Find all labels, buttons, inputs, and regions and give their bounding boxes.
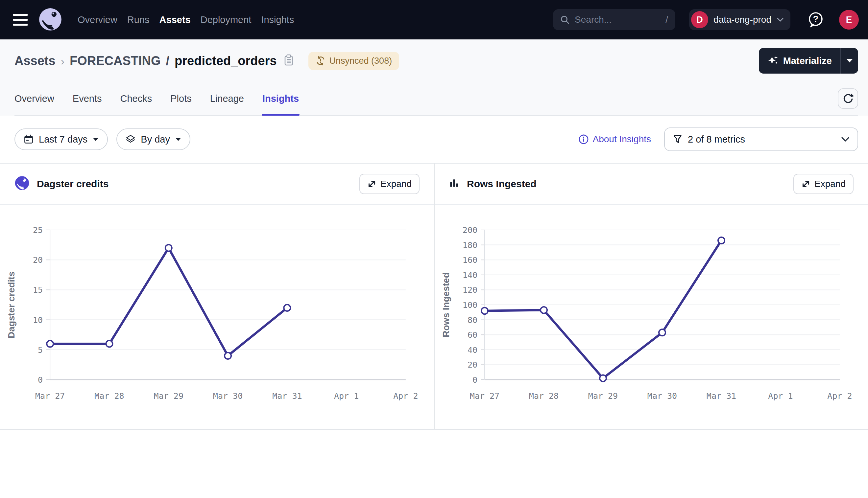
svg-text:Mar 27: Mar 27 [470,391,499,401]
tab-checks[interactable]: Checks [120,82,152,115]
expand-dagster-credits-button[interactable]: Expand [359,174,420,194]
svg-text:Mar 30: Mar 30 [213,391,243,401]
sparkle-icon [767,55,779,66]
materialize-button[interactable]: Materialize [759,48,840,74]
rows-ingested-card-header: Rows Ingested Expand [435,163,868,205]
svg-text:Mar 29: Mar 29 [154,391,183,401]
materialize-dropdown-button[interactable] [840,48,858,74]
svg-text:20: 20 [468,360,477,369]
about-insights-link[interactable]: About Insights [578,134,651,145]
tab-plots[interactable]: Plots [170,82,191,115]
layers-icon [126,134,136,144]
caret-down-icon [175,137,181,141]
search-box[interactable]: / [553,9,675,30]
granularity-dropdown[interactable]: By day [116,129,190,150]
granularity-label: By day [141,134,170,145]
deployment-name: data-eng-prod [714,14,771,25]
status-badge-label: Unsynced (308) [330,56,392,66]
expand-label: Expand [380,179,412,189]
svg-text:25: 25 [33,225,43,235]
svg-text:15: 15 [33,285,43,294]
tab-events[interactable]: Events [73,82,102,115]
svg-text:Mar 28: Mar 28 [529,391,559,401]
asset-tabs: Overview Events Checks Plots Lineage Ins… [14,82,858,116]
dagster-credits-card-header: Dagster credits Expand [0,163,434,205]
svg-text:Apr 1: Apr 1 [768,391,793,401]
insights-filter-bar: Last 7 days By day About Insights [0,116,868,151]
metrics-select[interactable]: 2 of 8 metrics [664,128,858,151]
date-range-label: Last 7 days [39,134,88,145]
chart-title: Dagster credits [37,179,108,189]
search-input[interactable] [575,14,660,25]
svg-text:Dagster credits: Dagster credits [6,271,16,338]
svg-text:Apr 2: Apr 2 [827,391,852,401]
svg-text:180: 180 [463,240,477,250]
chevron-down-icon [777,18,784,22]
calendar-icon [24,134,34,144]
svg-text:200: 200 [463,225,477,235]
breadcrumb-assets-link[interactable]: Assets [14,54,55,68]
unsynced-status-badge[interactable]: Unsynced (308) [308,52,399,70]
dagster-app: Overview Runs Assets Deployment Insights… [0,0,868,498]
breadcrumb-chevron-icon: › [61,55,64,68]
svg-text:140: 140 [463,270,477,280]
materialize-label: Materialize [783,55,832,66]
tab-lineage[interactable]: Lineage [210,82,244,115]
nav-runs[interactable]: Runs [127,14,150,25]
refresh-button[interactable] [838,88,858,109]
svg-text:160: 160 [463,255,477,265]
svg-text:Apr 2: Apr 2 [393,391,418,401]
copy-asset-name-icon[interactable] [283,54,295,68]
page-title: predicted_orders [175,54,277,68]
svg-text:40: 40 [468,345,477,355]
dagster-logo[interactable] [38,7,63,32]
svg-text:10: 10 [33,315,43,325]
refresh-icon [842,93,854,104]
svg-text:0: 0 [472,375,477,385]
expand-rows-ingested-button[interactable]: Expand [793,174,854,194]
insights-charts-grid: Dagster credits Expand 0510152025Mar 27M… [0,163,868,430]
search-shortcut: / [665,14,668,25]
nav-deployment[interactable]: Deployment [201,14,252,25]
caret-down-icon [846,59,853,63]
svg-text:Mar 30: Mar 30 [647,391,677,401]
breadcrumb-group-link[interactable]: FORECASTING [70,54,161,68]
tab-overview[interactable]: Overview [14,82,54,115]
svg-text:100: 100 [463,300,477,310]
page-header: Assets › FORECASTING / predicted_orders [0,39,868,116]
primary-nav: Overview Runs Assets Deployment Insights [78,14,294,25]
nav-overview[interactable]: Overview [78,14,117,25]
hamburger-menu-icon[interactable] [13,10,33,29]
about-insights-label: About Insights [593,134,651,145]
dagster-credits-chart: 0510152025Mar 27Mar 28Mar 29Mar 30Mar 31… [0,205,434,429]
dagster-credits-metric-icon [14,176,29,192]
deployment-switcher[interactable]: D data-eng-prod [689,9,790,30]
tab-insights[interactable]: Insights [263,82,299,115]
search-icon [560,15,570,24]
svg-text:Mar 27: Mar 27 [35,391,65,401]
rows-ingested-chart: 020406080100120140160180200Mar 27Mar 28M… [435,205,868,429]
caret-down-icon [93,137,99,141]
filter-funnel-icon [673,134,682,144]
bar-chart-icon [449,178,460,190]
help-button[interactable]: ? [807,11,825,29]
svg-text:20: 20 [33,255,43,265]
date-range-dropdown[interactable]: Last 7 days [14,129,108,150]
info-icon [578,134,589,145]
svg-text:60: 60 [468,330,477,340]
svg-text:Mar 28: Mar 28 [94,391,124,401]
user-avatar[interactable]: E [839,10,859,29]
nav-insights[interactable]: Insights [261,14,294,25]
breadcrumb-row: Assets › FORECASTING / predicted_orders [14,39,858,82]
deployment-avatar: D [691,11,708,28]
svg-text:Apr 1: Apr 1 [334,391,359,401]
svg-text:?: ? [813,14,819,24]
svg-text:Mar 31: Mar 31 [706,391,736,401]
dagster-credits-card: Dagster credits Expand 0510152025Mar 27M… [0,163,434,429]
nav-assets[interactable]: Assets [159,14,191,25]
top-nav: Overview Runs Assets Deployment Insights… [0,0,868,39]
svg-text:Mar 31: Mar 31 [272,391,302,401]
chevron-down-icon [841,137,850,142]
expand-label: Expand [814,179,846,189]
rows-ingested-card: Rows Ingested Expand 0204060801001201401… [434,163,868,429]
